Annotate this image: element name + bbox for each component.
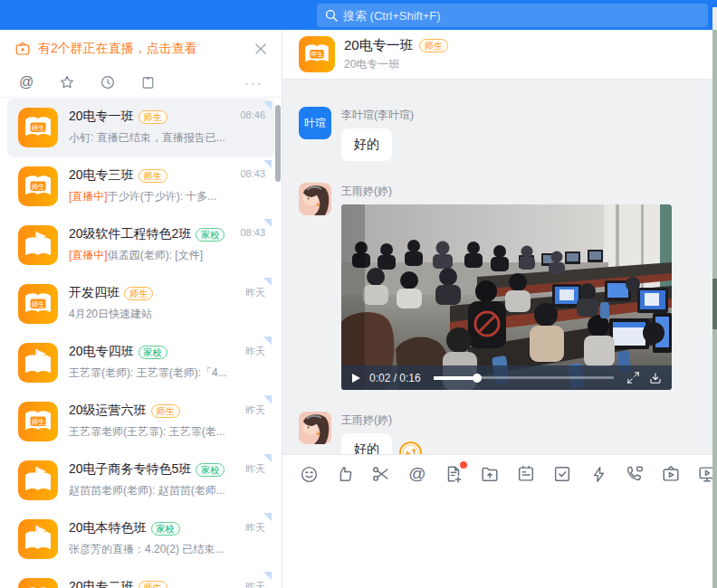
flash-icon[interactable] — [588, 464, 608, 484]
badge-shisheng: 师生 — [124, 287, 153, 300]
sidebar-scrollbar-thumb[interactable] — [275, 105, 281, 182]
live-stream-icon[interactable] — [661, 464, 681, 484]
group-avatar-shisheng: 师生 — [18, 578, 58, 588]
search-icon — [325, 9, 338, 22]
avatar[interactable]: 叶瑄 — [299, 107, 331, 139]
corner-fold — [263, 337, 272, 345]
close-icon[interactable] — [254, 43, 267, 55]
svg-text:师生: 师生 — [32, 183, 46, 191]
message-input-panel[interactable]: @ — [282, 454, 717, 588]
live-broadcast-banner[interactable]: 有2个群正在直播，点击查看 — [0, 30, 282, 68]
top-bar — [0, 0, 717, 30]
emoji-icon[interactable] — [299, 464, 319, 484]
filter-row: @ ··· — [0, 68, 282, 98]
corner-fold — [263, 101, 272, 109]
screenshot-scissors-icon[interactable] — [371, 464, 391, 484]
fullscreen-icon[interactable] — [626, 371, 640, 384]
conversation-item[interactable]: 20电子商务专特色5班家校 赵苗苗老师(老师): 赵苗苗(老师... 昨天 — [7, 451, 274, 510]
conversation-title: 20电专三班 — [69, 167, 134, 184]
todo-check-icon[interactable] — [552, 464, 572, 484]
chat-avatar[interactable]: 师生 — [299, 36, 335, 72]
avatar[interactable] — [299, 412, 331, 444]
conversation-item[interactable]: 师生 20电专一班师生 小钉: 直播已结束，直播报告已... 08:46 — [7, 99, 274, 157]
window-scrollbar-thumb[interactable] — [712, 279, 717, 329]
video-message[interactable]: 0:02 / 0:16 — [341, 204, 672, 390]
search-box[interactable] — [317, 4, 708, 27]
conversation-time: 昨天 — [245, 580, 265, 588]
download-icon[interactable] — [648, 371, 663, 385]
message: 王雨婷(婷) 好的 +1 — [299, 412, 701, 454]
conversation-item[interactable]: 师生 20电专三班师生 [直播中]于少许(于少许): 十多... 08:43 — [7, 157, 274, 216]
corner-fold — [263, 160, 272, 168]
conversation-item[interactable]: 20电专四班家校 王艺霏(老师): 王艺霏(老师):「4... 昨天 — [7, 334, 274, 393]
message-list: 叶瑄 李叶瑄(李叶瑄) 好的 — [282, 80, 717, 454]
conversation-item[interactable]: 师生 开发四班师生 4月20日快速建站 昨天 — [7, 275, 274, 334]
svg-text:师生: 师生 — [32, 124, 46, 132]
play-icon[interactable] — [350, 373, 361, 384]
conversation-time: 昨天 — [245, 521, 265, 535]
woman-avatar-illustration — [299, 412, 331, 444]
corner-fold — [263, 395, 272, 403]
conversation-time: 08:43 — [240, 168, 265, 179]
schedule-icon[interactable] — [516, 464, 536, 484]
conversation-time: 08:43 — [240, 227, 265, 238]
group-avatar-jiaxiao — [18, 225, 58, 265]
video-time: 0:02 / 0:16 — [369, 372, 421, 384]
group-avatar-jiaxiao — [18, 343, 58, 383]
conversation-preview: [直播中]于少许(于少许): 十多... — [69, 189, 216, 204]
header-scroll-strip — [712, 7, 717, 30]
upload-folder-icon[interactable] — [480, 464, 500, 484]
input-toolbar: @ — [282, 455, 717, 484]
video-progress-bar[interactable] — [434, 376, 614, 379]
group-avatar-jiaxiao — [18, 460, 58, 500]
thumbs-up-icon[interactable] — [335, 464, 355, 484]
call-icon[interactable] — [625, 464, 645, 484]
avatar[interactable] — [299, 183, 331, 215]
conversation-item[interactable]: 师生 20电专二班师生 昨天 — [7, 569, 274, 588]
more-icon[interactable]: ··· — [244, 75, 263, 90]
conversation-time: 昨天 — [245, 462, 265, 476]
sender-name: 李叶瑄(李叶瑄) — [341, 108, 414, 123]
badge-jiaxiao: 家校 — [151, 522, 180, 536]
svg-text:师生: 师生 — [32, 300, 46, 308]
sender-name: 王雨婷(婷) — [341, 184, 672, 199]
star-icon[interactable] — [59, 74, 75, 90]
conversation-title: 20电本特色班 — [69, 520, 147, 536]
badge-shisheng: 师生 — [139, 581, 167, 588]
chat-subtitle: 20电专一班 — [344, 57, 448, 72]
conversation-time: 昨天 — [245, 286, 265, 299]
notification-dot — [460, 461, 467, 469]
video-controls: 0:02 / 0:16 — [341, 365, 672, 390]
message: 叶瑄 李叶瑄(李叶瑄) 好的 — [299, 107, 701, 161]
conversation-title: 开发四班 — [69, 285, 120, 301]
corner-fold — [263, 278, 272, 286]
conversation-item[interactable]: 20级软件工程特色2班家校 [直播中]俱孟园(老师): [文件] 08:43 — [7, 216, 274, 275]
new-file-icon[interactable] — [444, 464, 464, 484]
conversation-title: 20电子商务专特色5班 — [69, 461, 191, 478]
video-progress-knob[interactable] — [473, 374, 482, 383]
message-bubble[interactable]: 好的 — [341, 128, 392, 161]
conversation-preview: 4月20日快速建站 — [69, 307, 153, 322]
chat-panel: 师生 20电专一班 师生 20电专一班 叶瑄 李叶瑄(李叶瑄) 好的 — [282, 30, 717, 588]
corner-fold — [263, 454, 272, 462]
chat-title-badge: 师生 — [419, 39, 448, 52]
plus-one-reaction[interactable]: +1 — [397, 440, 424, 454]
archive-icon[interactable] — [140, 75, 156, 90]
mention-filter-icon[interactable]: @ — [18, 74, 34, 90]
search-input[interactable] — [343, 9, 700, 23]
conversation-item[interactable]: 20电本特色班家校 张彦芳的直播：4.20(2) 已结束... 昨天 — [7, 510, 274, 569]
group-avatar-jiaxiao — [18, 519, 58, 559]
conversation-title: 20电专四班 — [69, 344, 134, 360]
conversation-item[interactable]: 师生 20级运营六班师生 王艺霏老师(王艺霏): 王艺霏(老... 昨天 — [7, 393, 274, 451]
conversation-preview: 王艺霏(老师): 王艺霏(老师):「4... — [69, 365, 227, 381]
clock-icon[interactable] — [100, 74, 116, 90]
corner-fold — [263, 513, 272, 521]
conversation-preview: 赵苗苗老师(老师): 赵苗苗(老师... — [69, 483, 225, 498]
conversation-time: 昨天 — [245, 403, 265, 417]
corner-fold — [263, 219, 272, 227]
message-bubble[interactable]: 好的 — [341, 433, 392, 454]
mention-icon[interactable]: @ — [407, 464, 427, 484]
badge-shisheng: 师生 — [139, 110, 167, 124]
video-frame-classroom — [341, 204, 672, 390]
conversation-title: 20电专一班 — [69, 109, 134, 125]
